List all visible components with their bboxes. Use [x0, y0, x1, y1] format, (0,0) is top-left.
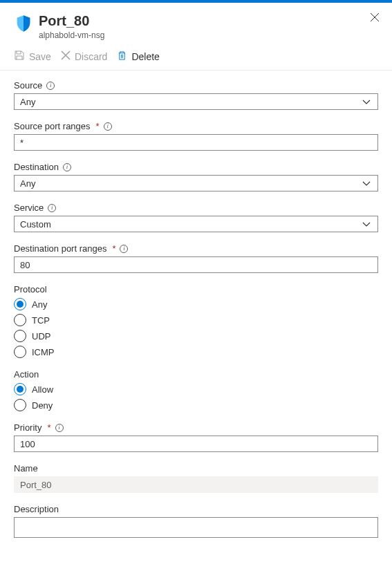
field-protocol: Protocol Any TCP UDP ICMP [14, 284, 378, 358]
radio-label: Any [32, 299, 47, 310]
close-button[interactable] [370, 12, 380, 24]
field-description: Description [14, 504, 378, 540]
field-service: Service i Custom [14, 203, 378, 232]
save-button[interactable]: Save [14, 50, 51, 63]
info-icon[interactable]: i [104, 122, 112, 131]
save-label: Save [29, 51, 51, 62]
field-source: Source i Any [14, 80, 378, 110]
service-value: Custom [20, 219, 51, 230]
field-destination: Destination i Any [14, 162, 378, 191]
form: Source i Any Source port ranges * i Dest… [0, 71, 392, 565]
radio-label: Deny [32, 400, 53, 411]
destination-port-ranges-input[interactable] [14, 256, 378, 273]
discard-label: Discard [75, 51, 107, 62]
required-marker: * [112, 243, 115, 254]
chevron-down-icon [361, 178, 372, 189]
info-icon[interactable]: i [120, 245, 128, 253]
protocol-radio-icmp[interactable]: ICMP [14, 346, 378, 358]
page-title: Port_80 [39, 12, 378, 29]
priority-label: Priority [14, 422, 41, 433]
info-icon[interactable]: i [46, 82, 55, 90]
protocol-radio-group: Any TCP UDP ICMP [14, 298, 378, 358]
toolbar: Save Discard Delete [0, 44, 392, 71]
chevron-down-icon [361, 218, 372, 230]
info-icon[interactable]: i [48, 204, 56, 212]
protocol-label: Protocol [14, 284, 47, 294]
radio-icon [14, 330, 26, 342]
radio-icon [14, 314, 26, 326]
chevron-down-icon [361, 96, 372, 107]
radio-label: ICMP [32, 347, 55, 357]
name-label: Name [14, 463, 38, 474]
field-priority: Priority * i [14, 422, 378, 452]
required-marker: * [96, 121, 100, 131]
shield-icon [14, 14, 33, 33]
radio-label: TCP [32, 315, 50, 326]
priority-input[interactable] [14, 436, 378, 452]
radio-label: Allow [32, 384, 53, 395]
page-subtitle: alphabold-vm-nsg [39, 30, 378, 40]
destination-label: Destination [14, 162, 59, 172]
source-label: Source [14, 80, 42, 91]
delete-button[interactable]: Delete [117, 50, 159, 63]
service-label: Service [14, 203, 44, 213]
info-icon[interactable]: i [63, 163, 71, 171]
action-label: Action [14, 369, 39, 380]
protocol-radio-tcp[interactable]: TCP [14, 314, 378, 326]
delete-label: Delete [131, 51, 159, 62]
source-port-ranges-label: Source port ranges [14, 121, 91, 131]
radio-icon [14, 346, 26, 358]
field-name: Name [14, 463, 378, 493]
delete-icon [117, 50, 127, 63]
name-input [14, 476, 378, 493]
field-action: Action Allow Deny [14, 369, 378, 411]
protocol-radio-udp[interactable]: UDP [14, 330, 378, 342]
radio-label: UDP [32, 331, 50, 342]
destination-value: Any [20, 178, 35, 189]
radio-icon [14, 399, 26, 411]
source-port-ranges-input[interactable] [14, 134, 378, 151]
action-radio-deny[interactable]: Deny [14, 399, 378, 411]
source-value: Any [20, 97, 35, 107]
discard-icon [61, 50, 71, 62]
radio-icon [14, 383, 26, 395]
description-textarea[interactable] [14, 517, 378, 538]
required-marker: * [47, 422, 50, 433]
field-source-port-ranges: Source port ranges * i [14, 121, 378, 151]
service-select[interactable]: Custom [14, 216, 378, 232]
description-label: Description [14, 504, 59, 514]
action-radio-allow[interactable]: Allow [14, 383, 378, 395]
radio-icon [14, 298, 26, 310]
action-radio-group: Allow Deny [14, 383, 378, 411]
discard-button[interactable]: Discard [61, 50, 107, 62]
protocol-radio-any[interactable]: Any [14, 298, 378, 310]
info-icon[interactable]: i [55, 424, 64, 432]
destination-select[interactable]: Any [14, 175, 378, 191]
header: Port_80 alphabold-vm-nsg [0, 3, 392, 44]
field-destination-port-ranges: Destination port ranges * i [14, 243, 378, 273]
destination-port-ranges-label: Destination port ranges [14, 243, 106, 254]
save-icon [14, 50, 25, 63]
source-select[interactable]: Any [14, 93, 378, 110]
